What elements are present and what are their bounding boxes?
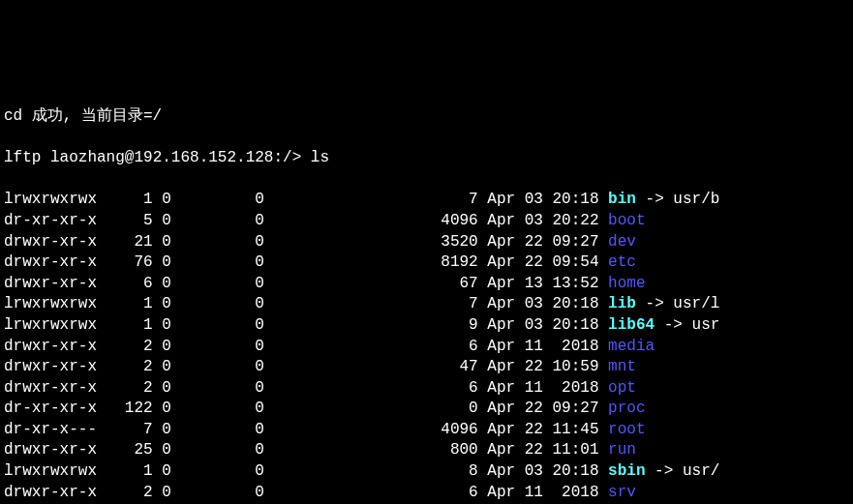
file-name: run <box>608 441 636 459</box>
file-entry: dr-xr-xr-x 122 0 0 0 Apr 22 09:27 proc <box>4 399 849 420</box>
file-entry: lrwxrwxrwx 1 0 0 7 Apr 03 20:18 bin -> u… <box>4 190 849 211</box>
file-entry: drwxr-xr-x 2 0 0 6 Apr 11 2018 opt <box>4 378 849 400</box>
file-meta: drwxr-xr-x 21 0 0 3520 Apr 22 09:27 <box>4 233 608 251</box>
file-entry: dr-xr-x--- 7 0 0 4096 Apr 22 11:45 root <box>4 420 849 441</box>
file-meta: drwxr-xr-x 2 0 0 6 Apr 11 2018 <box>4 338 608 355</box>
file-entry: drwxr-xr-x 2 0 0 6 Apr 11 2018 media <box>4 337 849 358</box>
command-text: ls <box>311 149 329 166</box>
file-entry: lrwxrwxrwx 1 0 0 7 Apr 03 20:18 lib -> u… <box>4 294 849 315</box>
file-name: proc <box>608 400 645 417</box>
file-name: etc <box>608 253 636 271</box>
file-name: home <box>608 275 645 292</box>
file-entry: drwxr-xr-x 6 0 0 67 Apr 13 13:52 home <box>4 274 849 295</box>
file-name: boot <box>608 212 645 229</box>
file-name: lib64 <box>608 316 655 334</box>
file-meta: dr-xr-xr-x 122 0 0 0 Apr 22 09:27 <box>4 400 608 417</box>
file-entry: drwxr-xr-x 76 0 0 8192 Apr 22 09:54 etc <box>4 252 849 274</box>
file-name: srv <box>608 484 636 501</box>
cd-status-line: cd 成功, 当前目录=/ <box>4 106 849 128</box>
file-entry: dr-xr-xr-x 5 0 0 4096 Apr 03 20:22 boot <box>4 211 849 232</box>
file-meta: dr-xr-xr-x 5 0 0 4096 Apr 03 20:22 <box>4 212 608 229</box>
file-name: opt <box>608 379 636 397</box>
file-entry: drwxr-xr-x 2 0 0 6 Apr 11 2018 srv <box>4 483 849 504</box>
file-meta: drwxr-xr-x 25 0 0 800 Apr 22 11:01 <box>4 441 608 459</box>
prompt-text: lftp laozhang@192.168.152.128:/> <box>4 149 301 166</box>
file-name: media <box>608 338 655 355</box>
terminal[interactable]: cd 成功, 当前目录=/ lftp laozhang@192.168.152.… <box>0 83 853 504</box>
file-name: bin <box>608 191 636 208</box>
file-meta: lrwxrwxrwx 1 0 0 8 Apr 03 20:18 <box>4 462 608 480</box>
file-name: dev <box>608 233 636 251</box>
file-entry: lrwxrwxrwx 1 0 0 8 Apr 03 20:18 sbin -> … <box>4 461 849 483</box>
symlink-arrow: -> usr/b <box>636 191 719 208</box>
file-name: sbin <box>608 462 645 480</box>
ls-output: lrwxrwxrwx 1 0 0 7 Apr 03 20:18 bin -> u… <box>4 190 849 504</box>
symlink-arrow: -> usr <box>655 316 719 334</box>
cd-status-text: cd 成功, 当前目录=/ <box>4 107 162 125</box>
file-name: mnt <box>608 358 636 375</box>
file-entry: drwxr-xr-x 21 0 0 3520 Apr 22 09:27 dev <box>4 232 849 253</box>
file-meta: drwxr-xr-x 6 0 0 67 Apr 13 13:52 <box>4 275 608 292</box>
file-meta: dr-xr-x--- 7 0 0 4096 Apr 22 11:45 <box>4 421 608 438</box>
file-entry: drwxr-xr-x 2 0 0 47 Apr 22 10:59 mnt <box>4 357 849 378</box>
file-entry: drwxr-xr-x 25 0 0 800 Apr 22 11:01 run <box>4 440 849 461</box>
file-meta: lrwxrwxrwx 1 0 0 7 Apr 03 20:18 <box>4 191 608 208</box>
file-meta: drwxr-xr-x 2 0 0 47 Apr 22 10:59 <box>4 358 608 375</box>
file-meta: drwxr-xr-x 2 0 0 6 Apr 11 2018 <box>4 484 608 501</box>
symlink-arrow: -> usr/l <box>636 295 719 312</box>
symlink-arrow: -> usr/ <box>646 462 720 480</box>
file-entry: lrwxrwxrwx 1 0 0 9 Apr 03 20:18 lib64 ->… <box>4 315 849 337</box>
file-meta: lrwxrwxrwx 1 0 0 7 Apr 03 20:18 <box>4 295 608 312</box>
file-name: root <box>608 421 645 438</box>
file-name: lib <box>608 295 636 312</box>
file-meta: drwxr-xr-x 2 0 0 6 Apr 11 2018 <box>4 379 608 397</box>
prompt-line: lftp laozhang@192.168.152.128:/> ls <box>4 148 849 169</box>
file-meta: drwxr-xr-x 76 0 0 8192 Apr 22 09:54 <box>4 253 608 271</box>
file-meta: lrwxrwxrwx 1 0 0 9 Apr 03 20:18 <box>4 316 608 334</box>
